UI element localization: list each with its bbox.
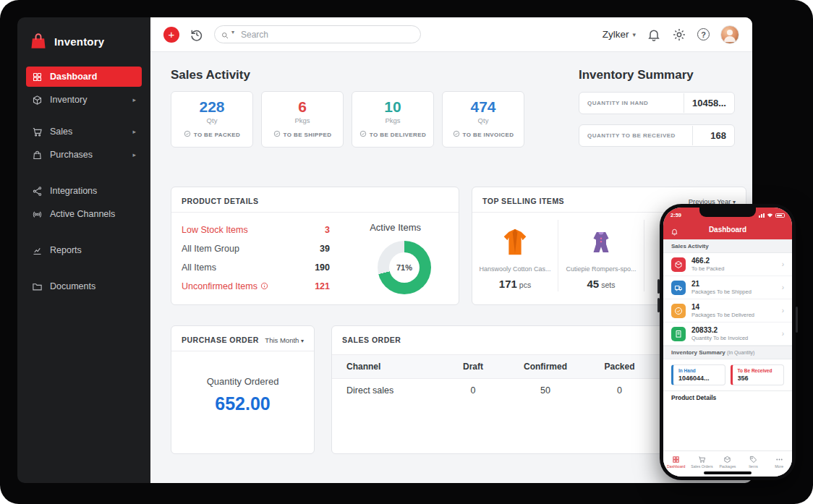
sidebar-item-label: Integrations [50,186,97,196]
search-input[interactable] [214,25,421,43]
info-icon [260,282,268,290]
sidebar-item-integrations[interactable]: Integrations [26,181,142,201]
sidebar-item-label: Inventory [50,95,87,105]
sidebar-item-purchases[interactable]: Purchases ▸ [26,145,142,165]
phone-section-sales-activity: Sales Activity [663,239,792,253]
to-be-invoiced-card[interactable]: 474 Qty TO BE INVOICED [442,91,524,148]
top-selling-item[interactable]: Hanswooly Cotton Cas... 171pcs [472,220,558,291]
bag-icon [32,150,43,161]
folder-icon [32,281,43,292]
inventory-logo-icon [29,32,48,51]
check-circle-icon [273,130,281,139]
chevron-down-icon: ▾ [632,31,636,38]
help-button[interactable]: ? [697,28,710,40]
chevron-right-icon: ▸ [132,151,136,158]
quick-create-button[interactable]: + [163,27,179,43]
search-scope-caret-icon[interactable]: ▾ [231,29,234,35]
app-logo: Inventory [17,17,150,58]
to-be-received-box[interactable]: To Be Received 356 [731,364,785,385]
bell-icon[interactable] [671,226,678,234]
low-stock-items-row[interactable]: Low Stock Items 3 [182,225,330,235]
to-be-packed-value: 228 [171,98,252,116]
product-name: Cutiepie Rompers-spo... [564,265,638,273]
phone-section-inventory-summary: Inventory Summary (In Quantity) [663,346,792,359]
col-channel: Channel [332,355,440,378]
row-value: 20833.2 [691,326,776,334]
sidebar-item-active-channels[interactable]: Active Channels [26,204,142,224]
product-image-cardigan [478,221,552,263]
to-be-packed-card[interactable]: 228 Qty TO BE PACKED [171,91,253,148]
card-label: TO BE DELIVERED [370,132,426,138]
org-name: Zylker [603,29,629,40]
cart-icon [698,456,706,464]
invoice-icon [671,327,686,341]
nav-items[interactable]: Items [741,451,767,472]
cell-confirmed: 50 [506,379,585,402]
all-item-group-row[interactable]: All Item Group 39 [182,244,330,254]
product-unit: pcs [519,281,531,289]
phone-row-to-be-delivered[interactable]: 14Packages To be Delivered › [663,299,792,323]
sidebar-item-sales[interactable]: Sales ▸ [26,121,142,142]
topbar-actions: Zylker ▾ ? [603,25,739,44]
phone-volume-down-button [657,298,660,312]
sidebar-item-label: Reports [50,245,82,255]
phone-page-title: Dashboard [709,226,746,234]
row-value: 466.2 [691,257,776,265]
cell-draft: 0 [440,379,506,402]
sidebar-item-documents[interactable]: Documents [26,276,142,296]
active-items-donut: 71% [378,241,431,294]
unconfirmed-items-row[interactable]: Unconfirmed Items 121 [182,281,330,291]
top-selling-item[interactable]: Cutiepie Rompers-spo... 45sets [558,220,644,291]
sidebar-item-label: Purchases [50,150,93,160]
row-value: 190 [315,262,330,273]
to-be-received-value: 356 [738,375,779,382]
purchase-order-title: PURCHASE ORDER [182,336,259,344]
nav-dashboard[interactable]: Dashboard [663,451,689,472]
chevron-right-icon: › [782,260,784,268]
row-label: All Items [182,262,216,273]
phone-screen: 2:59 Dashboard Sales Activity 466.2To be… [663,208,792,477]
search-icon [221,30,229,38]
phone-title-bar: Dashboard [671,220,785,239]
sidebar-item-dashboard[interactable]: Dashboard [26,67,142,87]
phone-row-to-be-packed[interactable]: 466.2To be Packed › [663,253,792,276]
row-label: Packages To be Delivered [691,312,776,318]
active-items-label: Active Items [370,222,421,233]
card-label: TO BE INVOICED [463,132,514,138]
status-time: 2:59 [671,212,699,218]
nav-sales-orders[interactable]: Sales Orders [689,451,715,472]
all-items-row[interactable]: All Items 190 [182,262,330,273]
col-draft: Draft [440,355,506,378]
in-hand-box[interactable]: In Hand 1046044... [671,364,725,385]
purchase-order-card: PURCHASE ORDER This Month ▾ Quantity Ord… [171,325,315,454]
phone-summary-row: In Hand 1046044... To Be Received 356 [663,359,792,390]
row-value: 3 [325,225,330,235]
cart-icon [32,127,43,137]
check-circle-icon [184,130,191,139]
chevron-right-icon: › [782,283,784,291]
nav-more[interactable]: More [766,451,792,472]
search-box: ▾ [214,25,421,43]
col-packed: Packed [585,355,654,378]
sidebar-item-inventory[interactable]: Inventory ▸ [26,90,142,110]
phone-row-to-be-shipped[interactable]: 21Packages To be Shipped › [663,276,792,299]
nav-packages[interactable]: Packages [715,451,741,472]
home-indicator [704,471,752,474]
org-switcher[interactable]: Zylker ▾ [603,29,636,40]
signal-icon [759,213,765,218]
notifications-button[interactable] [647,27,661,42]
chevron-right-icon: ▸ [132,128,136,135]
to-be-delivered-card[interactable]: 10 Pkgs TO BE DELIVERED [352,91,434,148]
product-qty: 45 [587,278,600,290]
user-avatar[interactable] [720,25,739,44]
recent-history-button[interactable] [190,27,204,42]
phone-row-to-be-invoiced[interactable]: 20833.2Quantity To be Invoiced › [663,323,792,346]
quantity-ordered-label: Quantity Ordered [171,376,314,387]
check-circle-icon [359,130,367,139]
sidebar-item-reports[interactable]: Reports [26,240,142,260]
period-dropdown[interactable]: This Month ▾ [265,336,304,344]
to-be-shipped-card[interactable]: 6 Pkgs TO BE SHIPPED [261,91,344,148]
phone-power-button [796,307,798,333]
product-unit: sets [601,281,615,289]
settings-button[interactable] [672,27,686,42]
